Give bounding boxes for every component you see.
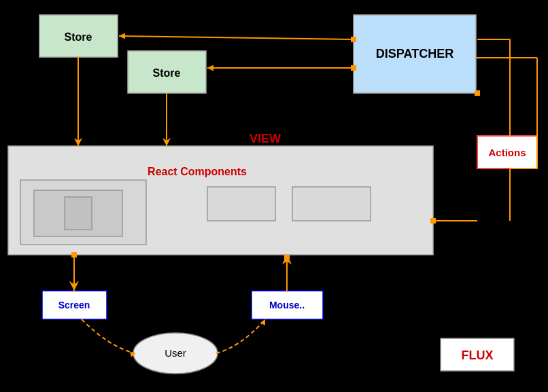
flux-diagram [0, 0, 548, 392]
